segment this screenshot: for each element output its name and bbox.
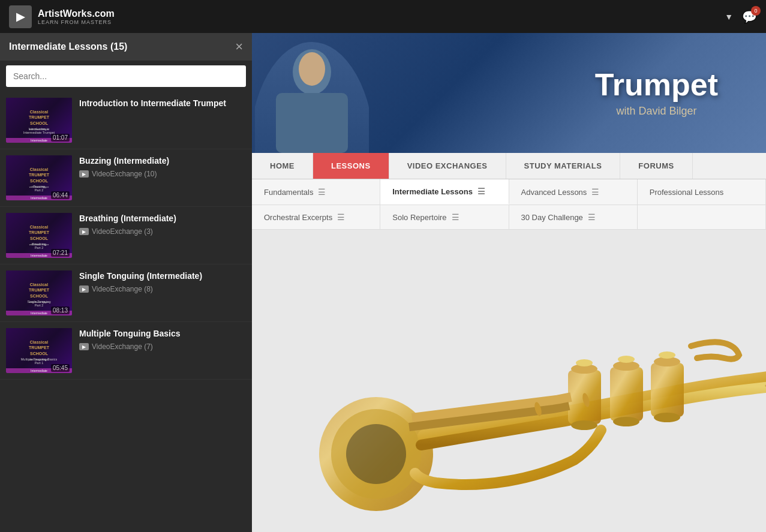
main-layout: Intermediate Lessons (15) × ClassicalTRU…: [0, 33, 766, 532]
category-label: Advanced Lessons: [521, 188, 587, 197]
category-label: Solo Repertoire: [392, 213, 446, 222]
category-professional[interactable]: Professional Lessons: [638, 179, 766, 205]
thumb-duration: 01:07: [51, 134, 70, 142]
category-label: Intermediate Lessons: [392, 187, 473, 196]
exchange-label: VideoExchange (7): [92, 342, 153, 351]
lesson-info: Multiple Tonguing Basics ▶ VideoExchange…: [79, 328, 246, 351]
sidebar: Intermediate Lessons (15) × ClassicalTRU…: [0, 33, 252, 532]
svg-point-13: [613, 417, 639, 426]
logo-text: ArtistWorks.com LEARN FROM MASTERS: [38, 8, 115, 25]
sidebar-header: Intermediate Lessons (15) ×: [0, 33, 252, 61]
hero-instrument: Trumpet: [595, 69, 718, 100]
logo-area: ▶ ArtistWorks.com LEARN FROM MASTERS: [9, 5, 115, 28]
list-item[interactable]: ClassicalTRUMPETSCHOOLwith David Bilger …: [0, 322, 252, 380]
categories-row-1: Fundamentals ☰ Intermediate Lessons ☰ Ad…: [252, 179, 766, 205]
lesson-exchange: ▶ VideoExchange (8): [79, 285, 246, 293]
sidebar-title: Intermediate Lessons (15): [9, 41, 127, 52]
tab-home[interactable]: HOME: [252, 153, 313, 179]
svg-point-15: [576, 359, 593, 366]
svg-point-12: [571, 420, 597, 430]
video-exchange-icon: ▶: [79, 228, 89, 235]
video-exchange-icon: ▶: [79, 285, 89, 293]
logo-icon: ▶: [9, 5, 32, 28]
hero-instructor: with David Bilger: [595, 105, 718, 118]
tab-forums[interactable]: FORUMS: [620, 153, 692, 179]
lesson-info: Buzzing (Intermediate) ▶ VideoExchange (…: [79, 155, 246, 178]
category-empty: [638, 205, 766, 229]
lesson-thumbnail: ClassicalTRUMPETSCHOOLwith David Bilger …: [6, 328, 72, 373]
lesson-title: Introduction to Intermediate Trumpet: [79, 98, 246, 109]
tab-lessons[interactable]: LESSONS: [313, 153, 389, 179]
thumb-duration: 05:45: [51, 364, 70, 372]
lesson-info: Breathing (Intermediate) ▶ VideoExchange…: [79, 213, 246, 236]
category-solo[interactable]: Solo Repertoire ☰: [380, 205, 509, 229]
exchange-label: VideoExchange (8): [92, 285, 153, 293]
category-label: Fundamentals: [264, 188, 313, 197]
video-exchange-icon: ▶: [79, 170, 89, 178]
tab-video-exchanges[interactable]: VIDEO EXCHANGES: [389, 153, 506, 179]
notification-badge: 0: [751, 6, 761, 16]
chat-icon[interactable]: 💬 0: [742, 10, 757, 24]
logo-sub: LEARN FROM MASTERS: [38, 19, 115, 25]
svg-point-14: [654, 413, 680, 422]
svg-rect-1: [276, 93, 348, 153]
search-input[interactable]: [6, 65, 246, 87]
instructor-photo: [258, 39, 366, 153]
category-fundamentals[interactable]: Fundamentals ☰: [252, 179, 380, 205]
tab-study-materials[interactable]: STUDY MATERIALS: [506, 153, 621, 179]
lesson-exchange: ▶ VideoExchange (3): [79, 227, 246, 236]
lesson-title: Buzzing (Intermediate): [79, 155, 246, 166]
category-orchestral[interactable]: Orchestral Excerpts ☰: [252, 205, 380, 229]
lesson-thumbnail: ClassicalTRUMPETSCHOOLwith David Bilger …: [6, 270, 72, 315]
svg-point-2: [299, 52, 325, 86]
hero-text: Trumpet with David Bilger: [595, 69, 718, 118]
category-label: Orchestral Excerpts: [264, 213, 332, 222]
menu-icon: ☰: [591, 187, 599, 197]
lesson-title: Multiple Tonguing Basics: [79, 328, 246, 339]
thumb-duration: 06:44: [51, 191, 70, 199]
logo-main: ArtistWorks.com: [38, 8, 115, 19]
menu-icon: ☰: [477, 187, 485, 196]
search-container: [0, 61, 252, 92]
right-content: Trumpet with David Bilger HOME LESSONS V…: [252, 33, 766, 532]
lesson-info: Single Tonguing (Intermediate) ▶ VideoEx…: [79, 270, 246, 293]
top-navigation: ▶ ArtistWorks.com LEARN FROM MASTERS ▼ 💬…: [0, 0, 766, 33]
lessons-list: ClassicalTRUMPETSCHOOLwith David Bilger …: [0, 92, 252, 532]
menu-icon: ☰: [452, 212, 459, 222]
content-area: [252, 230, 766, 532]
hero-section: Trumpet with David Bilger: [252, 33, 766, 153]
lesson-thumbnail: ClassicalTRUMPETSCHOOLwith David Bilger …: [6, 155, 72, 200]
close-button[interactable]: ×: [235, 40, 243, 53]
svg-point-17: [659, 351, 675, 359]
nav-dropdown[interactable]: ▼: [725, 12, 733, 22]
lesson-exchange: ▶ VideoExchange (7): [79, 342, 246, 351]
lesson-thumbnail: ClassicalTRUMPETSCHOOLwith David Bilger …: [6, 98, 72, 143]
lesson-title: Breathing (Intermediate): [79, 213, 246, 224]
main-tabs: HOME LESSONS VIDEO EXCHANGES STUDY MATER…: [252, 153, 766, 179]
category-label: 30 Day Challenge: [521, 213, 583, 222]
category-advanced[interactable]: Advanced Lessons ☰: [509, 179, 638, 205]
nav-right: ▼ 💬 0: [725, 10, 757, 24]
svg-point-16: [618, 356, 635, 363]
thumb-duration: 08:13: [51, 306, 70, 314]
menu-icon: ☰: [588, 212, 596, 222]
lesson-exchange: ▶ VideoExchange (10): [79, 170, 246, 178]
list-item[interactable]: ClassicalTRUMPETSCHOOLwith David Bilger …: [0, 149, 252, 207]
thumb-duration: 07:21: [51, 249, 70, 257]
list-item[interactable]: ClassicalTRUMPETSCHOOLwith David Bilger …: [0, 207, 252, 265]
category-30day[interactable]: 30 Day Challenge ☰: [509, 205, 638, 229]
lesson-title: Single Tonguing (Intermediate): [79, 270, 246, 281]
menu-icon: ☰: [318, 187, 326, 197]
svg-rect-8: [651, 363, 684, 417]
menu-icon: ☰: [337, 212, 345, 222]
categories-section: Fundamentals ☰ Intermediate Lessons ☰ Ad…: [252, 179, 766, 230]
category-label: Professional Lessons: [650, 188, 724, 197]
exchange-label: VideoExchange (10): [92, 170, 157, 178]
svg-rect-7: [610, 367, 643, 421]
trumpet-image: [316, 230, 766, 532]
svg-point-5: [346, 424, 406, 484]
category-intermediate[interactable]: Intermediate Lessons ☰: [380, 179, 509, 205]
list-item[interactable]: ClassicalTRUMPETSCHOOLwith David Bilger …: [0, 92, 252, 149]
list-item[interactable]: ClassicalTRUMPETSCHOOLwith David Bilger …: [0, 265, 252, 322]
video-exchange-icon: ▶: [79, 343, 89, 350]
